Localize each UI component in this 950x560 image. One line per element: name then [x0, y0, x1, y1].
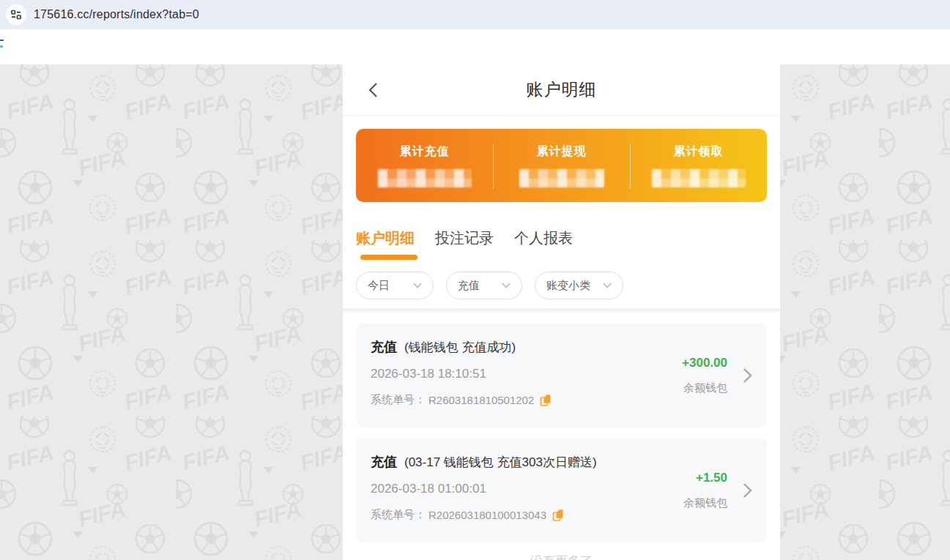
filter-bar: 今日 充值 账变小类	[343, 272, 780, 309]
tab-account-details[interactable]: 账户明细	[356, 228, 415, 248]
app-panel: 账户明细 累计充值 累计提现 累计领取 账户明细 投注记录 个人报表 今	[343, 64, 780, 560]
tab-bet-records[interactable]: 投注记录	[435, 228, 494, 248]
filter-subtype-dropdown[interactable]: 账变小类	[535, 272, 623, 299]
chevron-down-icon	[413, 283, 422, 288]
record-amount-column: +300.00 余额钱包	[682, 323, 727, 428]
page-title: 账户明细	[527, 78, 597, 101]
chevron-right-icon[interactable]	[743, 482, 752, 499]
record-wallet: 余额钱包	[683, 496, 727, 510]
filter-date-dropdown[interactable]: 今日	[356, 272, 434, 299]
stat-label: 累计领取	[674, 144, 724, 160]
summary-section: 累计充值 累计提现 累计领取	[343, 116, 780, 214]
url-text[interactable]: 175616.cc/reports/index?tab=0	[34, 8, 199, 21]
filter-label: 充值	[458, 279, 480, 293]
chevron-left-icon	[368, 82, 378, 98]
divider	[630, 143, 631, 189]
back-button[interactable]	[363, 81, 382, 100]
filter-type-dropdown[interactable]: 充值	[446, 272, 522, 299]
record-amount: +1.50	[696, 471, 727, 485]
browser-address-bar[interactable]: 175616.cc/reports/index?tab=0	[0, 0, 950, 29]
site-permissions-button[interactable]	[6, 4, 26, 25]
edge-clipped-artifact	[0, 40, 4, 48]
no-more-text: 没有更多了	[356, 553, 767, 560]
filter-label: 今日	[368, 279, 390, 293]
record-description: (03-17 钱能钱包 充值303次日赠送)	[404, 454, 597, 471]
copy-icon	[540, 394, 552, 407]
record-list: 充值 (钱能钱包 充值成功) 2026-03-18 18:10:51 系统单号：…	[343, 314, 780, 560]
record-wallet: 余额钱包	[683, 381, 727, 395]
masked-value	[652, 169, 746, 187]
divider	[493, 143, 494, 189]
order-label: 系统单号：	[371, 508, 426, 522]
record-item[interactable]: 充值 (钱能钱包 充值成功) 2026-03-18 18:10:51 系统单号：…	[356, 323, 767, 428]
masked-value	[519, 169, 604, 187]
chevron-down-icon	[502, 283, 511, 288]
order-number: R202603180100013043	[428, 509, 546, 521]
chevron-down-icon	[603, 283, 612, 288]
order-number: R2603181810501202	[428, 394, 534, 406]
tab-personal-report[interactable]: 个人报表	[514, 228, 573, 248]
masked-value	[378, 169, 472, 187]
section-divider	[343, 309, 780, 314]
record-amount-column: +1.50 余额钱包	[683, 438, 727, 542]
record-amount: +300.00	[682, 356, 727, 370]
record-type: 充值	[371, 338, 397, 356]
filter-label: 账变小类	[546, 279, 590, 293]
order-label: 系统单号：	[371, 393, 426, 407]
stat-total-withdraw: 累计提现	[493, 129, 630, 202]
record-item[interactable]: 充值 (03-17 钱能钱包 充值303次日赠送) 2026-03-18 01:…	[356, 438, 767, 542]
stat-label: 累计充值	[400, 144, 450, 160]
record-description: (钱能钱包 充值成功)	[404, 339, 516, 356]
copy-button[interactable]	[552, 509, 564, 522]
tab-bar: 账户明细 投注记录 个人报表	[343, 228, 780, 248]
site-permissions-toggles-icon	[10, 9, 22, 20]
stat-label: 累计提现	[537, 144, 587, 160]
summary-card: 累计充值 累计提现 累计领取	[356, 129, 767, 202]
record-type: 充值	[371, 453, 397, 471]
chevron-right-icon[interactable]	[743, 367, 752, 384]
copy-button[interactable]	[540, 394, 552, 407]
stat-total-claimed: 累计领取	[630, 129, 767, 202]
stat-total-deposit: 累计充值	[356, 129, 493, 202]
app-header: 账户明细	[343, 64, 780, 116]
active-tab-underline	[360, 255, 418, 260]
copy-icon	[552, 509, 564, 522]
